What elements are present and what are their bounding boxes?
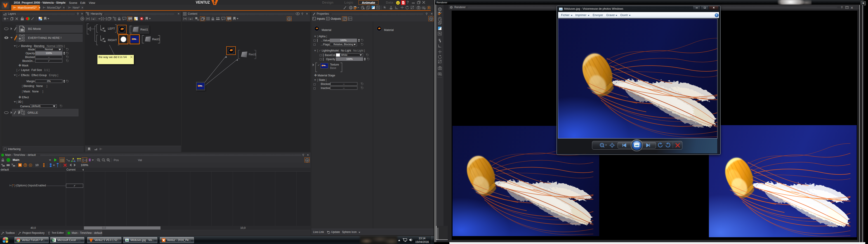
svg-text:0: 0 <box>327 18 329 20</box>
svg-text:HDR: HDR <box>19 40 22 42</box>
svg-text:LEFT: LEFT <box>108 27 115 30</box>
svg-text:0: 0 <box>345 17 346 19</box>
svg-text:0: 0 <box>348 19 349 20</box>
svg-text:RIGHT: RIGHT <box>108 38 117 42</box>
svg-text:I: I <box>344 18 344 20</box>
svg-text:I: I <box>348 17 349 19</box>
svg-text:1.0: 1.0 <box>84 159 86 161</box>
svg-text:?: ? <box>716 14 717 17</box>
